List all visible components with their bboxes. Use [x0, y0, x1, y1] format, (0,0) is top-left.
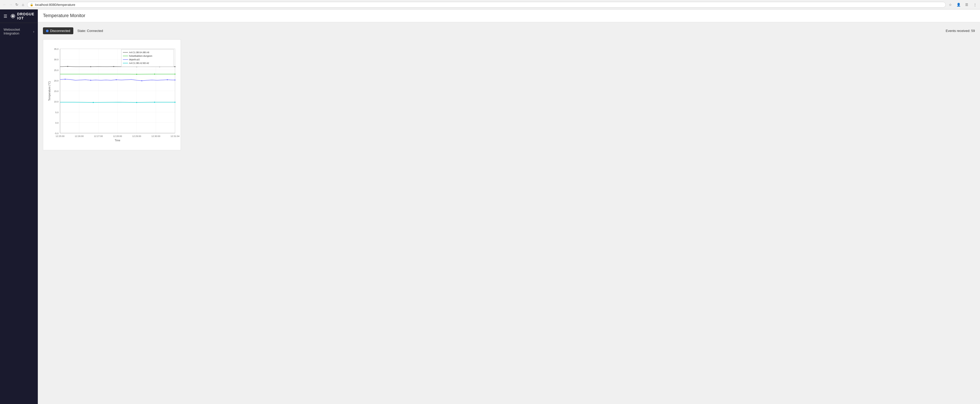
- app-container: ☰ DROGUE IoT Websocket Integration ›: [0, 10, 980, 404]
- main-content: Temperature Monitor Disconnected State: …: [38, 10, 980, 404]
- home-button[interactable]: ⌂: [21, 2, 25, 7]
- page-body: Disconnected State: Connected Events rec…: [38, 22, 980, 404]
- svg-text:20.0: 20.0: [54, 80, 59, 82]
- s4-dot: [175, 102, 175, 103]
- forward-button[interactable]: →: [8, 2, 13, 7]
- disconnected-label: Disconnected: [50, 29, 70, 33]
- s2-dot: [175, 73, 175, 75]
- connection-indicator: [46, 30, 49, 32]
- logo-container: DROGUE IoT: [10, 12, 36, 20]
- svg-text:12:26:00: 12:26:00: [75, 135, 84, 137]
- svg-text:0.0: 0.0: [55, 122, 59, 124]
- svg-text:A4:C1:3B:0A:8B:A8: A4:C1:3B:0A:8B:A8: [129, 51, 149, 54]
- svg-text:12:25:00: 12:25:00: [56, 135, 64, 137]
- svg-text:35.0: 35.0: [54, 48, 59, 50]
- chart-container: 35.0 30.0 25.0 20.0 15.0 10.0 5.0 0.0 -5…: [43, 39, 181, 150]
- s1-dot: [113, 66, 114, 67]
- address-input[interactable]: [35, 3, 943, 6]
- svg-text:30.0: 30.0: [54, 58, 59, 61]
- browser-toolbar: ← → ↻ ⌂ 🔓 ☆ 👤 ☰ ⋮: [0, 0, 980, 9]
- browser-actions: ☆ 👤 ☰ ⋮: [947, 2, 978, 8]
- menu-button[interactable]: ⋮: [972, 2, 978, 8]
- top-bar-left: Disconnected State: Connected: [43, 27, 103, 34]
- svg-text:holsetbakken-dungeon: holsetbakken-dungeon: [129, 55, 152, 57]
- svg-text:A4:C1:3B:A2:6D:42: A4:C1:3B:A2:6D:42: [129, 62, 149, 64]
- svg-text:Temperature (°C): Temperature (°C): [48, 81, 51, 101]
- s1-dot: [175, 66, 175, 67]
- state-text: State: Connected: [77, 29, 103, 33]
- s3-dot: [141, 80, 142, 81]
- top-bar: Disconnected State: Connected Events rec…: [43, 27, 975, 34]
- extensions-button[interactable]: ☰: [964, 2, 970, 8]
- svg-text:Time: Time: [115, 139, 120, 142]
- svg-text:dejanb-pi2: dejanb-pi2: [129, 58, 140, 61]
- sidebar-nav: Websocket Integration ›: [0, 23, 38, 404]
- s2-dot: [154, 73, 155, 75]
- s3-dot: [167, 79, 168, 80]
- bookmark-button[interactable]: ☆: [947, 2, 953, 8]
- s4-dot: [154, 102, 155, 103]
- events-received-text: Events received: 59: [946, 29, 975, 33]
- svg-text:5.0: 5.0: [55, 111, 59, 114]
- profile-button[interactable]: 👤: [956, 2, 962, 8]
- reload-button[interactable]: ↻: [14, 2, 19, 7]
- logo-icon: [10, 13, 16, 20]
- browser-chrome: ← → ↻ ⌂ 🔓 ☆ 👤 ☰ ⋮: [0, 0, 980, 10]
- sidebar-item-left: Websocket Integration: [3, 28, 33, 35]
- logo-text: DROGUE IoT: [17, 12, 36, 20]
- svg-text:-5.0: -5.0: [54, 132, 59, 135]
- nav-buttons: ← → ↻ ⌂: [2, 2, 25, 7]
- svg-text:12:28:00: 12:28:00: [113, 135, 122, 137]
- s3-dot: [65, 79, 66, 80]
- temperature-chart: 35.0 30.0 25.0 20.0 15.0 10.0 5.0 0.0 -5…: [47, 44, 180, 146]
- s1-dot: [90, 66, 91, 67]
- s2-dot: [136, 74, 137, 75]
- page-title: Temperature Monitor: [43, 13, 975, 18]
- s1-dot: [67, 66, 68, 67]
- sidebar-item-label: Websocket Integration: [3, 28, 33, 35]
- hamburger-button[interactable]: ☰: [3, 13, 8, 19]
- svg-text:12:31:04: 12:31:04: [170, 135, 179, 137]
- chart-wrapper: 35.0 30.0 25.0 20.0 15.0 10.0 5.0 0.0 -5…: [47, 44, 177, 146]
- disconnected-button[interactable]: Disconnected: [43, 27, 73, 34]
- page-header: Temperature Monitor: [38, 10, 980, 22]
- sidebar: ☰ DROGUE IoT Websocket Integration ›: [0, 10, 38, 404]
- svg-text:10.0: 10.0: [54, 100, 59, 103]
- s4-dot: [93, 102, 94, 103]
- sidebar-item-websocket[interactable]: Websocket Integration ›: [0, 25, 38, 38]
- s4-dot: [136, 102, 137, 103]
- address-bar-container: 🔓: [27, 2, 946, 8]
- s3-dot: [90, 80, 91, 81]
- s3-dot: [116, 79, 117, 80]
- svg-text:25.0: 25.0: [54, 69, 59, 72]
- chevron-right-icon: ›: [33, 30, 34, 33]
- svg-text:15.0: 15.0: [54, 90, 59, 92]
- sidebar-header: ☰ DROGUE IoT: [0, 10, 38, 23]
- svg-text:12:30:00: 12:30:00: [151, 135, 160, 137]
- lock-icon: 🔓: [30, 3, 33, 6]
- svg-text:12:27:00: 12:27:00: [94, 135, 103, 137]
- s3-dot: [175, 80, 175, 81]
- back-button[interactable]: ←: [2, 2, 7, 7]
- svg-text:12:29:00: 12:29:00: [132, 135, 141, 137]
